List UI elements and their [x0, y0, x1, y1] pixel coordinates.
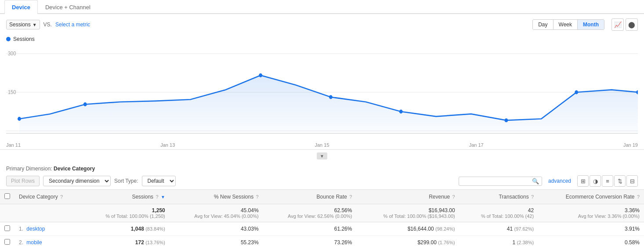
row2-transactions-value: 1: [513, 239, 516, 246]
total-bounce-value: 62.56%: [268, 207, 352, 213]
x-axis-labels: Jan 11 Jan 13 Jan 15 Jan 17 Jan 19: [0, 141, 644, 148]
x-label-jan13: Jan 13: [160, 142, 175, 148]
header-device-category: Device Category ?: [14, 190, 82, 204]
view-bar-btn[interactable]: ≡: [602, 175, 613, 187]
select-metric-link[interactable]: Select a metric: [55, 22, 90, 28]
svg-point-6: [18, 117, 21, 121]
row1-transactions-value: 41: [507, 226, 513, 232]
total-checkbox-cell: [0, 204, 14, 222]
tab-bar: Device Device + Channel: [0, 0, 644, 14]
primary-dimension-row: Primary Dimension: Device Category: [0, 162, 644, 174]
time-btn-month[interactable]: Month: [578, 20, 604, 29]
view-buttons: ⊞ ◑ ≡ ⇅ ⊟: [577, 175, 638, 187]
x-label-jan19: Jan 19: [623, 142, 638, 148]
search-input[interactable]: [462, 178, 532, 184]
metric-dropdown-arrow[interactable]: ▼: [33, 22, 37, 27]
svg-point-9: [329, 95, 333, 99]
metric-select[interactable]: Sessions ▼: [6, 20, 40, 29]
tab-device-channel[interactable]: Device + Channel: [38, 0, 98, 14]
x-label-jan11: Jan 11: [6, 142, 21, 148]
help-icon-device[interactable]: ?: [60, 194, 63, 199]
total-row: 1,250 % of Total: 100.00% (1,250) 45.04%…: [0, 204, 644, 222]
row2-sessions-pct: (13.76%): [145, 240, 165, 245]
svg-marker-5: [19, 76, 638, 134]
row2-transactions-pct: (2.38%): [517, 240, 534, 245]
view-table-btn[interactable]: ⊞: [577, 175, 589, 187]
legend-label-sessions: Sessions: [13, 36, 35, 42]
help-icon-sessions[interactable]: ?: [156, 194, 158, 199]
header-new-sessions: % New Sessions ?: [170, 190, 263, 204]
collapse-chart-btn[interactable]: ▼: [317, 152, 327, 159]
legend-dot-sessions: [6, 37, 11, 41]
total-new-sessions-value: 45.04%: [174, 207, 259, 213]
sort-type-select[interactable]: Default: [142, 176, 176, 186]
time-btn-week[interactable]: Week: [554, 20, 578, 29]
row2-rank: 2.: [19, 239, 23, 246]
row2-revenue-value: $299.00: [417, 239, 436, 246]
time-button-group: Day Week Month: [532, 19, 604, 30]
view-pie-btn[interactable]: ◑: [590, 175, 601, 187]
row1-sessions-pct: (83.84%): [145, 226, 165, 232]
chart-wrapper: 300 150: [0, 44, 644, 141]
line-chart-btn[interactable]: 📈: [611, 18, 624, 31]
row2-transactions-cell: 1 (2.38%): [459, 236, 538, 246]
row2-checkbox[interactable]: [4, 239, 10, 245]
row1-new-sessions-cell: 43.03%: [170, 222, 263, 236]
sort-type-label: Sort Type:: [114, 178, 138, 184]
advanced-link[interactable]: advanced: [548, 178, 571, 184]
help-icon-new-sessions[interactable]: ?: [256, 194, 259, 199]
help-icon-bounce[interactable]: ?: [349, 194, 352, 199]
svg-point-10: [399, 110, 403, 114]
row2-device-cell: 2. mobile: [14, 236, 82, 246]
secondary-dimension-select[interactable]: Secondary dimension: [43, 176, 111, 186]
total-sessions-value: 1,250: [87, 207, 165, 213]
total-transactions-cell: 42 % of Total: 100.00% (42): [459, 204, 538, 222]
row1-bounce-cell: 61.26%: [263, 222, 357, 236]
chart-controls: Sessions ▼ VS. Select a metric Day Week …: [0, 14, 644, 35]
tab-device[interactable]: Device: [4, 0, 38, 14]
header-revenue: Revenue ?: [356, 190, 459, 204]
chart-type-buttons: 📈 ⬤: [611, 18, 638, 31]
row2-device-link[interactable]: mobile: [26, 239, 42, 246]
x-label-jan15: Jan 15: [315, 142, 329, 148]
total-label-cell: [14, 204, 82, 222]
time-btn-day[interactable]: Day: [533, 20, 553, 29]
metric-label: Sessions: [9, 22, 31, 28]
search-box: 🔍: [459, 177, 542, 186]
data-table: Device Category ? Sessions ? ▼ % New Ses…: [0, 189, 644, 246]
row2-conversion-cell: 0.58%: [538, 236, 644, 246]
svg-text:150: 150: [8, 90, 16, 95]
view-pivot-btn[interactable]: ⊟: [626, 175, 638, 187]
row2-new-sessions-cell: 55.23%: [170, 236, 263, 246]
total-transactions-sub: % of Total: 100.00% (42): [464, 213, 534, 219]
row2-bounce-cell: 73.26%: [263, 236, 357, 246]
row1-conversion-cell: 3.91%: [538, 222, 644, 236]
x-label-jan17: Jan 17: [469, 142, 484, 148]
total-new-sessions-sub: Avg for View: 45.04% (0.00%): [174, 213, 259, 219]
help-icon-revenue[interactable]: ?: [452, 194, 455, 199]
search-icon[interactable]: 🔍: [532, 178, 539, 184]
pie-chart-btn[interactable]: ⬤: [626, 18, 638, 31]
total-bounce-cell: 62.56% Avg for View: 62.56% (0.00%): [263, 204, 357, 222]
svg-point-12: [575, 90, 578, 94]
row1-checkbox[interactable]: [4, 225, 10, 231]
row2-sessions-cell: 172 (13.76%): [82, 236, 170, 246]
view-compare-btn[interactable]: ⇅: [614, 175, 626, 187]
row1-transactions-cell: 41 (97.62%): [459, 222, 538, 236]
row1-device-cell: 1. desktop: [14, 222, 82, 236]
row1-device-link[interactable]: desktop: [26, 226, 45, 232]
row1-rank: 1.: [19, 226, 23, 232]
chart-legend: Sessions: [0, 35, 644, 44]
header-transactions: Transactions ?: [459, 190, 538, 204]
total-transactions-value: 42: [464, 207, 534, 213]
total-revenue-sub: % of Total: 100.00% ($16,943.00): [361, 213, 455, 219]
help-icon-conversion[interactable]: ?: [637, 194, 640, 199]
header-checkbox: [0, 190, 14, 204]
primary-dim-value: Device Category: [54, 166, 95, 172]
row1-transactions-pct: (97.62%): [514, 226, 534, 232]
sessions-chart: 300 150: [6, 44, 638, 141]
select-all-checkbox[interactable]: [4, 193, 10, 199]
help-icon-transactions[interactable]: ?: [531, 194, 534, 199]
row2-revenue-cell: $299.00 (1.76%): [356, 236, 459, 246]
table-header-row: Device Category ? Sessions ? ▼ % New Ses…: [0, 190, 644, 204]
